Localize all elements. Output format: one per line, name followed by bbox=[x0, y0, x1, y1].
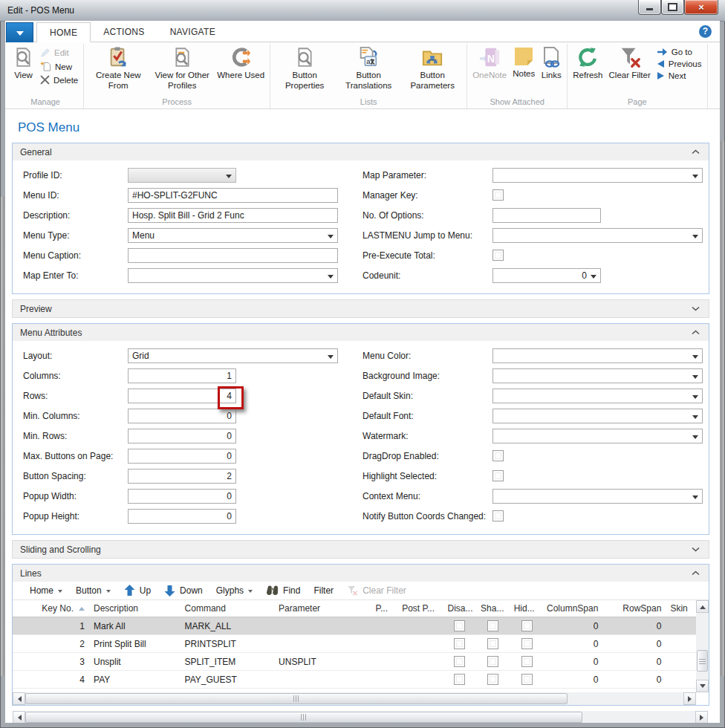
column-header-post-p[interactable]: Post P... bbox=[397, 603, 443, 614]
menu-caption-field[interactable] bbox=[128, 248, 338, 263]
scrollbar-track[interactable] bbox=[696, 613, 709, 680]
help-icon[interactable]: ? bbox=[699, 25, 712, 38]
scroll-left-button[interactable] bbox=[13, 711, 25, 723]
next-button[interactable]: Next bbox=[654, 71, 705, 80]
sha-checkbox[interactable] bbox=[487, 656, 498, 667]
disa-checkbox[interactable] bbox=[454, 620, 465, 631]
page-horizontal-scrollbar[interactable] bbox=[13, 711, 708, 723]
scroll-down-button[interactable] bbox=[696, 680, 709, 692]
hid-checkbox[interactable] bbox=[521, 656, 533, 667]
section-lines-header[interactable]: Lines bbox=[13, 565, 709, 582]
clear-filter-button[interactable]: Clear Filter bbox=[340, 584, 413, 597]
scrollbar-thumb[interactable] bbox=[697, 650, 708, 672]
scroll-left-button[interactable] bbox=[13, 692, 25, 705]
column-header-p[interactable]: P... bbox=[371, 603, 398, 614]
default-skin-dropdown[interactable] bbox=[492, 389, 703, 403]
refresh-button[interactable]: Refresh bbox=[570, 44, 605, 82]
column-header-key-no[interactable]: Key No. bbox=[25, 603, 89, 614]
find-button[interactable]: Find bbox=[259, 584, 307, 597]
hid-checkbox[interactable] bbox=[521, 620, 533, 631]
section-preview-header[interactable]: Preview bbox=[13, 300, 709, 317]
table-row-4[interactable]: 4PAYPAY_GUEST00 bbox=[13, 671, 696, 689]
dragdrop-enabled-checkbox[interactable] bbox=[492, 450, 504, 461]
where-used-button[interactable]: Where Used bbox=[214, 44, 267, 82]
map-parameter-dropdown[interactable] bbox=[492, 168, 703, 183]
edit-button[interactable]: Edit bbox=[37, 48, 81, 58]
scrollbar-track[interactable] bbox=[568, 692, 683, 705]
chevron-down-icon[interactable] bbox=[692, 306, 700, 311]
default-font-dropdown[interactable] bbox=[492, 409, 703, 423]
sha-checkbox[interactable] bbox=[487, 638, 498, 649]
column-header-skin[interactable]: Skin bbox=[666, 603, 696, 614]
scroll-up-button[interactable] bbox=[696, 600, 709, 613]
up-button[interactable]: Up bbox=[117, 583, 157, 598]
filter-button[interactable]: Filter bbox=[307, 584, 340, 597]
tab-actions[interactable]: ACTIONS bbox=[91, 22, 157, 42]
minimize-button[interactable] bbox=[638, 0, 661, 15]
columns-field[interactable]: 1 bbox=[128, 368, 236, 383]
tab-navigate[interactable]: NAVIGATE bbox=[157, 22, 228, 42]
previous-button[interactable]: Previous bbox=[654, 59, 705, 68]
column-header-command[interactable]: Command bbox=[181, 603, 275, 614]
disa-checkbox[interactable] bbox=[454, 674, 465, 685]
button-parameters-button[interactable]: Button Parameters bbox=[400, 44, 464, 91]
description-field[interactable]: Hosp. Split Bill - Grid 2 Func bbox=[128, 208, 338, 223]
down-button[interactable]: Down bbox=[157, 583, 209, 598]
go-to-button[interactable]: Go to bbox=[654, 48, 705, 56]
menu-color-dropdown[interactable] bbox=[492, 348, 703, 363]
scrollbar-thumb[interactable] bbox=[25, 712, 582, 723]
column-header-parameter[interactable]: Parameter bbox=[274, 603, 371, 614]
disa-checkbox[interactable] bbox=[454, 638, 465, 649]
codeunit-dropdown[interactable]: 0 bbox=[492, 268, 601, 283]
onenote-button[interactable]: NOneNote bbox=[469, 44, 510, 82]
section-sliding-scrolling-header[interactable]: Sliding and Scrolling bbox=[13, 541, 709, 558]
close-button[interactable]: × bbox=[684, 0, 718, 15]
links-button[interactable]: Links bbox=[538, 44, 565, 82]
no-of-options-field[interactable] bbox=[492, 208, 601, 223]
column-header-description[interactable]: Description bbox=[89, 603, 181, 614]
button-properties-button[interactable]: Button Properties bbox=[273, 44, 337, 91]
lastmenu-jump-to-menu-dropdown[interactable] bbox=[492, 228, 703, 243]
section-general-header[interactable]: General bbox=[13, 143, 709, 160]
background-image-dropdown[interactable] bbox=[492, 368, 703, 383]
hid-checkbox[interactable] bbox=[521, 638, 533, 649]
delete-button[interactable]: Delete bbox=[37, 75, 81, 85]
section-menu-attributes-header[interactable]: Menu Attributes bbox=[13, 324, 709, 341]
menu-id-field[interactable]: #HO-SPLIT-G2FUNC bbox=[128, 188, 338, 203]
create-new-from-button[interactable]: Create New From bbox=[86, 44, 150, 91]
sha-checkbox[interactable] bbox=[487, 674, 498, 685]
scroll-right-button[interactable] bbox=[683, 692, 696, 705]
scrollbar-thumb[interactable] bbox=[25, 693, 568, 704]
context-menu-dropdown[interactable] bbox=[492, 489, 703, 504]
scrollbar-track[interactable] bbox=[582, 711, 695, 723]
title-bar[interactable]: Edit - POS Menu × bbox=[0, 0, 725, 22]
min-columns-field[interactable]: 0 bbox=[128, 409, 236, 423]
view-for-other-profiles-button[interactable]: View for Other Profiles bbox=[150, 44, 214, 91]
rows-field[interactable]: 4 bbox=[128, 389, 236, 403]
column-header-hid[interactable]: Hid... bbox=[510, 603, 545, 614]
home-button[interactable]: Home bbox=[23, 584, 69, 597]
chevron-down-icon[interactable] bbox=[692, 547, 700, 552]
clear-filter-button[interactable]: Clear Filter bbox=[606, 44, 654, 82]
view-button[interactable]: View bbox=[10, 44, 37, 82]
chevron-up-icon[interactable] bbox=[692, 149, 700, 155]
table-vertical-scrollbar[interactable] bbox=[696, 600, 709, 692]
pre-execute-total-checkbox[interactable] bbox=[492, 250, 504, 261]
watermark-dropdown[interactable] bbox=[492, 429, 703, 443]
highlight-selected-checkbox[interactable] bbox=[492, 470, 504, 481]
hid-checkbox[interactable] bbox=[521, 674, 533, 685]
button-translations-button[interactable]: aButton Translations bbox=[337, 44, 400, 91]
table-row-1[interactable]: 1Mark AllMARK_ALL00 bbox=[13, 617, 696, 635]
application-menu-button[interactable] bbox=[6, 22, 33, 43]
manager-key-checkbox[interactable] bbox=[492, 189, 504, 201]
column-header-columnspan[interactable]: ColumnSpan bbox=[544, 603, 602, 614]
button-spacing-field[interactable]: 2 bbox=[128, 469, 236, 484]
menu-type-dropdown[interactable]: Menu bbox=[128, 228, 338, 243]
map-enter-to-dropdown[interactable] bbox=[128, 268, 338, 283]
chevron-up-icon[interactable] bbox=[692, 571, 700, 576]
table-row-2[interactable]: 2Print Split BillPRINTSPLIT00 bbox=[13, 635, 696, 653]
table-row-3[interactable]: 3UnsplitSPLIT_ITEMUNSPLIT00 bbox=[13, 653, 696, 671]
notify-button-coords-changed-checkbox[interactable] bbox=[492, 510, 504, 521]
tab-home[interactable]: HOME bbox=[36, 22, 91, 42]
min-rows-field[interactable]: 0 bbox=[128, 429, 236, 443]
